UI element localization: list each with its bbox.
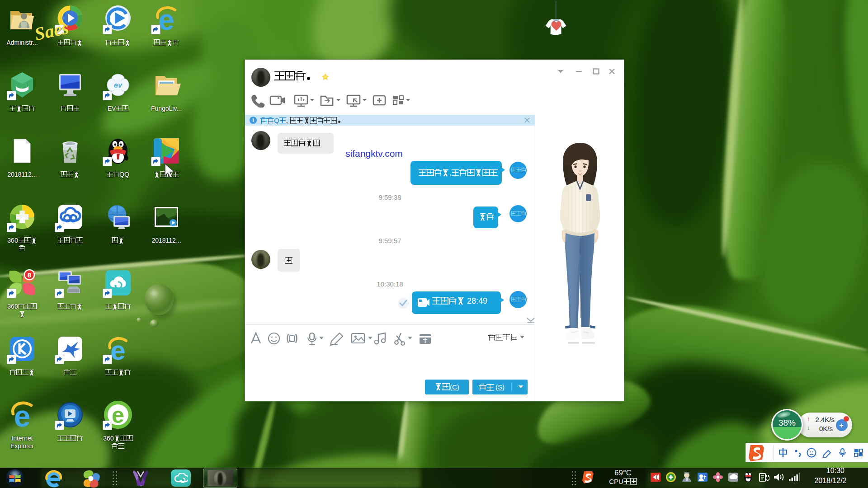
svg-text:e: e (112, 403, 124, 428)
svg-text:ev: ev (114, 81, 123, 89)
svg-text:8: 8 (28, 271, 31, 279)
